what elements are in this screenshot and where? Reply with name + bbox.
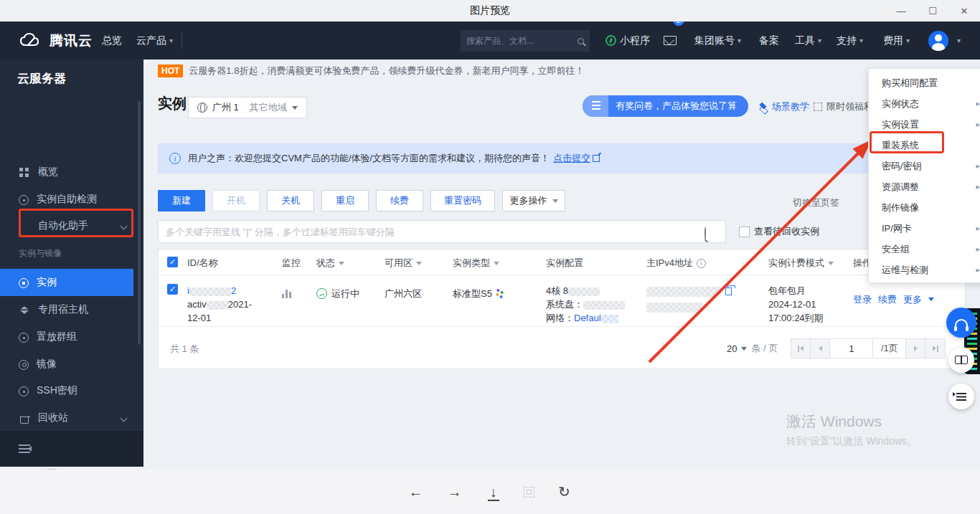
cell-monitor[interactable]	[282, 288, 291, 302]
menu-item-security-group[interactable]: 安全组▸	[869, 239, 980, 260]
close-icon[interactable]: ✕	[948, 0, 980, 22]
menu-item-buy-same-config[interactable]: 购买相同配置	[869, 72, 980, 93]
chevron-down-icon[interactable]	[741, 347, 747, 351]
filter-icon[interactable]	[416, 262, 422, 265]
menu-item-password-key[interactable]: 密码/密钥▸	[869, 156, 980, 176]
brand-name: 腾讯云	[50, 32, 93, 50]
viewer-titlebar: 图片预览 — ☐ ✕	[0, 0, 980, 22]
row-checkbox[interactable]	[167, 284, 178, 295]
nav-mini-program[interactable]: 小程序	[606, 22, 650, 60]
more-actions-button[interactable]: 更多操作	[502, 190, 565, 211]
filter-icon[interactable]	[828, 262, 834, 265]
search-input[interactable]	[466, 36, 578, 46]
renew-link[interactable]: 续费	[878, 292, 897, 306]
nav-search-box[interactable]	[461, 30, 590, 52]
instance-id-link[interactable]: i2	[187, 284, 277, 298]
menu-item-instance-status[interactable]: 实例状态▸	[869, 93, 980, 114]
sidebar-item-dedicated-host[interactable]: 专用宿主机	[0, 296, 143, 323]
nav-beian[interactable]: 备案	[759, 22, 779, 60]
reset-password-button[interactable]: 重置密码	[430, 190, 495, 211]
menu-item-ops-detection[interactable]: 运维与检测▸	[869, 260, 980, 280]
next-page-button[interactable]	[906, 339, 925, 358]
maximize-icon[interactable]: ☐	[917, 0, 948, 22]
limited-gift-link[interactable]: 限时领福利	[814, 100, 873, 113]
first-page-button[interactable]	[791, 339, 811, 358]
previous-image-icon[interactable]	[407, 484, 425, 500]
menu-item-ip-nic[interactable]: IP/网卡▸	[869, 218, 980, 239]
table-row[interactable]: i2 activ2021- 12-01 运行中 广州六区 标准型S5 4核 8 …	[159, 275, 965, 327]
region-selector[interactable]: 广州 1 其它地域	[188, 97, 307, 118]
filter-icon[interactable]	[339, 262, 344, 265]
col-ip: 主IPv4地址i	[646, 257, 706, 270]
copy-icon[interactable]	[725, 287, 732, 295]
docs-button[interactable]	[948, 347, 974, 373]
menu-item-resource-adjust[interactable]: 资源调整▸	[869, 176, 980, 197]
sidebar-item-ssh-key[interactable]: SSH密钥	[0, 377, 143, 404]
status-running-icon	[316, 288, 327, 299]
col-type[interactable]: 实例类型	[453, 257, 499, 270]
sidebar-item-placement-group[interactable]: 置放群组	[0, 323, 143, 351]
select-all-checkbox[interactable]	[167, 257, 178, 267]
promo-bar[interactable]: HOT 云服务器1.8折起，消费满额更可体验免费产品，领续费升级代金券，新老用户…	[158, 65, 584, 77]
region-other[interactable]: 其它地域	[250, 101, 287, 114]
search-icon[interactable]	[578, 38, 584, 44]
nav-tools[interactable]: 工具	[795, 22, 821, 60]
top-nav: 腾讯云 总览 云产品 小程序 2 集团账号 备案 工具 支持 费用	[0, 22, 980, 60]
renew-button[interactable]: 续费	[376, 190, 423, 211]
current-page-input[interactable]: 1	[830, 339, 873, 358]
page-size[interactable]: 20	[727, 343, 737, 354]
nav-avatar-caret[interactable]	[954, 22, 961, 60]
network-link[interactable]: Defaul	[574, 313, 601, 323]
sidebar-title: 云服务器	[17, 70, 66, 87]
monitor-chart-icon[interactable]	[282, 290, 291, 298]
guide-list-button[interactable]	[948, 384, 974, 409]
sidebar-item-recycle-bin[interactable]: 回收站	[0, 404, 143, 432]
shutdown-button[interactable]: 关机	[267, 190, 314, 211]
login-link[interactable]: 登录	[853, 292, 872, 306]
minimize-icon[interactable]: —	[885, 0, 917, 22]
filter-input[interactable]	[158, 220, 726, 243]
customer-service-button[interactable]	[946, 308, 976, 338]
nav-group-account[interactable]: 集团账号	[694, 22, 741, 60]
sidebar-item-instances[interactable]: 实例	[0, 269, 133, 296]
sidebar-item-overview[interactable]: 概览	[0, 158, 143, 186]
notice-banner: i 用户之声：欢迎您提交CVM产品的功能/体验/文档等方面的需求和建议，期待您的…	[158, 143, 966, 173]
instance-type-icon	[494, 288, 504, 298]
col-billing[interactable]: 实例计费模式	[768, 257, 834, 270]
switch-tab-label[interactable]: 切换至页签	[793, 196, 839, 209]
next-image-icon[interactable]	[446, 484, 463, 500]
filter-icon[interactable]	[494, 262, 499, 265]
menu-item-create-image[interactable]: 制作镜像	[869, 197, 980, 218]
collapse-sidebar-icon[interactable]	[19, 444, 30, 453]
more-link[interactable]: 更多	[903, 292, 922, 306]
view-recycle-checkbox[interactable]: 查看待回收实例	[739, 225, 819, 238]
nav-billing[interactable]: 费用	[883, 22, 910, 60]
info-icon[interactable]: i	[697, 259, 706, 268]
scene-tutorial-link[interactable]: 场景教学	[759, 100, 809, 113]
trash-icon	[20, 416, 29, 424]
survey-banner[interactable]: 有奖问卷，产品体验您说了算	[583, 95, 748, 117]
page-title: 实例	[158, 94, 187, 113]
nav-overview[interactable]: 总览	[102, 22, 122, 60]
sidebar-item-images[interactable]: 镜像	[0, 351, 143, 378]
nav-avatar[interactable]	[928, 22, 948, 60]
checkbox-unchecked-icon[interactable]	[739, 227, 750, 237]
prev-page-button[interactable]	[811, 339, 830, 358]
screen: 图片预览 — ☐ ✕ 腾讯云 总览 云产品 小程序 2 集团账号	[0, 0, 980, 514]
annotation-box-instances	[19, 209, 133, 237]
submit-feedback-link[interactable]: 点击提交	[553, 152, 590, 165]
nav-products[interactable]: 云产品	[136, 22, 173, 60]
restart-button[interactable]: 重启	[321, 190, 369, 211]
brand[interactable]: 腾讯云	[19, 22, 93, 60]
col-status[interactable]: 状态	[316, 257, 344, 270]
nav-mail[interactable]: 2	[664, 22, 677, 60]
filter-search-icon[interactable]	[705, 227, 706, 240]
col-zone[interactable]: 可用区	[385, 257, 422, 270]
last-page-button[interactable]	[925, 339, 945, 358]
create-button[interactable]: 新建	[158, 190, 205, 211]
rotate-icon[interactable]	[556, 483, 573, 500]
download-icon[interactable]	[485, 484, 502, 500]
nav-support[interactable]: 支持	[837, 22, 863, 60]
submenu-arrow-icon: ▸	[976, 161, 980, 171]
submenu-arrow-icon: ▸	[976, 120, 980, 129]
